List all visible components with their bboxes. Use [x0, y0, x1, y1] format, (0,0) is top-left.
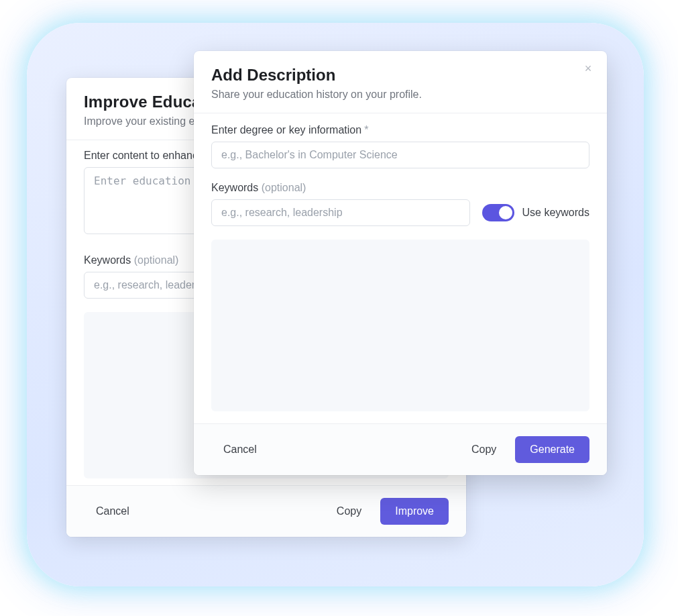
- cancel-button-front[interactable]: Cancel: [211, 437, 269, 462]
- copy-button-front[interactable]: Copy: [459, 437, 508, 462]
- add-description-header: Add Description Share your education his…: [194, 51, 607, 113]
- cancel-button-back[interactable]: Cancel: [84, 499, 142, 524]
- required-mark-front: *: [364, 124, 368, 136]
- content-label-text: Enter content to enhance: [84, 150, 204, 161]
- add-description-footer: Cancel Copy Generate: [194, 423, 607, 475]
- add-description-title: Add Description: [211, 66, 589, 85]
- degree-input[interactable]: [211, 142, 589, 168]
- degree-label-text: Enter degree or key information: [211, 124, 361, 136]
- output-area-front: [211, 240, 589, 411]
- keywords-input-front[interactable]: [211, 199, 470, 226]
- keywords-label-text-front: Keywords: [211, 182, 258, 193]
- keywords-optional-front: (optional): [262, 182, 306, 193]
- generate-button[interactable]: Generate: [515, 436, 589, 463]
- use-keywords-toggle-wrap: Use keywords: [482, 204, 589, 221]
- degree-label: Enter degree or key information*: [211, 124, 589, 136]
- add-description-modal: Add Description Share your education his…: [194, 51, 607, 475]
- improve-button[interactable]: Improve: [380, 498, 449, 525]
- close-icon[interactable]: ×: [580, 60, 596, 76]
- toggle-knob: [499, 206, 512, 219]
- add-description-subtitle: Share your education history on your pro…: [211, 89, 589, 101]
- copy-button-back[interactable]: Copy: [325, 499, 374, 524]
- use-keywords-toggle[interactable]: [482, 204, 514, 221]
- improve-footer: Cancel Copy Improve: [66, 485, 466, 537]
- keywords-label-text-back: Keywords: [84, 254, 131, 266]
- keywords-optional-back: (optional): [134, 254, 179, 266]
- use-keywords-label: Use keywords: [522, 207, 589, 219]
- keywords-label-front: Keywords (optional): [211, 182, 589, 194]
